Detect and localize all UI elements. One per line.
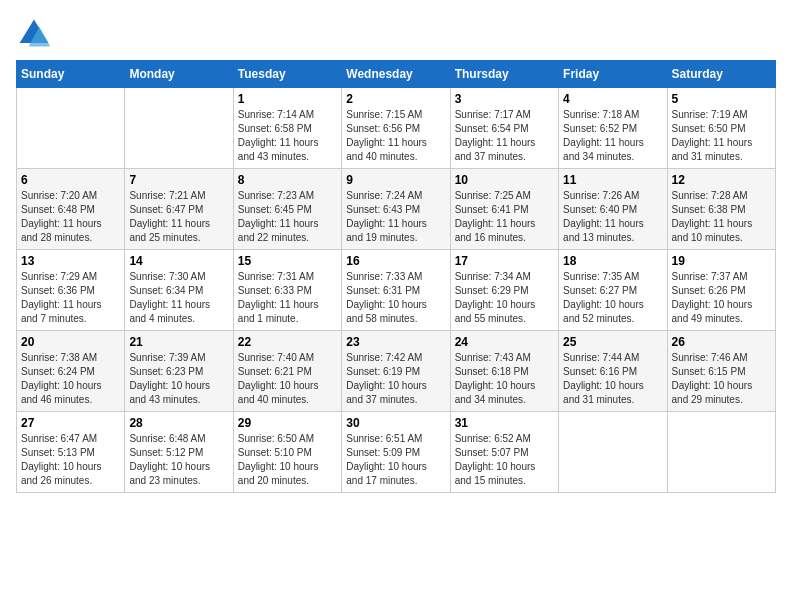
day-info: Sunrise: 7:17 AM Sunset: 6:54 PM Dayligh… [455, 108, 554, 164]
day-info: Sunrise: 7:19 AM Sunset: 6:50 PM Dayligh… [672, 108, 771, 164]
day-number: 23 [346, 335, 445, 349]
day-number: 17 [455, 254, 554, 268]
calendar-cell: 15Sunrise: 7:31 AM Sunset: 6:33 PM Dayli… [233, 250, 341, 331]
day-info: Sunrise: 7:18 AM Sunset: 6:52 PM Dayligh… [563, 108, 662, 164]
day-number: 5 [672, 92, 771, 106]
calendar-cell [17, 88, 125, 169]
weekday-header: Monday [125, 61, 233, 88]
day-number: 8 [238, 173, 337, 187]
day-number: 31 [455, 416, 554, 430]
calendar-cell: 7Sunrise: 7:21 AM Sunset: 6:47 PM Daylig… [125, 169, 233, 250]
calendar-cell [559, 412, 667, 493]
day-info: Sunrise: 6:50 AM Sunset: 5:10 PM Dayligh… [238, 432, 337, 488]
calendar-cell: 28Sunrise: 6:48 AM Sunset: 5:12 PM Dayli… [125, 412, 233, 493]
weekday-header: Thursday [450, 61, 558, 88]
calendar-cell: 5Sunrise: 7:19 AM Sunset: 6:50 PM Daylig… [667, 88, 775, 169]
day-number: 19 [672, 254, 771, 268]
calendar-cell: 1Sunrise: 7:14 AM Sunset: 6:58 PM Daylig… [233, 88, 341, 169]
day-info: Sunrise: 7:39 AM Sunset: 6:23 PM Dayligh… [129, 351, 228, 407]
day-info: Sunrise: 7:37 AM Sunset: 6:26 PM Dayligh… [672, 270, 771, 326]
day-number: 6 [21, 173, 120, 187]
weekday-header: Friday [559, 61, 667, 88]
calendar-cell: 30Sunrise: 6:51 AM Sunset: 5:09 PM Dayli… [342, 412, 450, 493]
day-info: Sunrise: 7:29 AM Sunset: 6:36 PM Dayligh… [21, 270, 120, 326]
calendar-cell: 13Sunrise: 7:29 AM Sunset: 6:36 PM Dayli… [17, 250, 125, 331]
day-info: Sunrise: 7:34 AM Sunset: 6:29 PM Dayligh… [455, 270, 554, 326]
calendar-cell [125, 88, 233, 169]
day-info: Sunrise: 7:31 AM Sunset: 6:33 PM Dayligh… [238, 270, 337, 326]
calendar-cell: 20Sunrise: 7:38 AM Sunset: 6:24 PM Dayli… [17, 331, 125, 412]
day-number: 21 [129, 335, 228, 349]
day-info: Sunrise: 6:51 AM Sunset: 5:09 PM Dayligh… [346, 432, 445, 488]
calendar-cell: 23Sunrise: 7:42 AM Sunset: 6:19 PM Dayli… [342, 331, 450, 412]
day-number: 27 [21, 416, 120, 430]
calendar-cell: 21Sunrise: 7:39 AM Sunset: 6:23 PM Dayli… [125, 331, 233, 412]
calendar-cell: 29Sunrise: 6:50 AM Sunset: 5:10 PM Dayli… [233, 412, 341, 493]
day-info: Sunrise: 7:26 AM Sunset: 6:40 PM Dayligh… [563, 189, 662, 245]
day-number: 28 [129, 416, 228, 430]
day-number: 2 [346, 92, 445, 106]
day-number: 16 [346, 254, 445, 268]
day-info: Sunrise: 7:21 AM Sunset: 6:47 PM Dayligh… [129, 189, 228, 245]
day-info: Sunrise: 6:48 AM Sunset: 5:12 PM Dayligh… [129, 432, 228, 488]
day-info: Sunrise: 7:43 AM Sunset: 6:18 PM Dayligh… [455, 351, 554, 407]
day-info: Sunrise: 7:40 AM Sunset: 6:21 PM Dayligh… [238, 351, 337, 407]
day-number: 20 [21, 335, 120, 349]
calendar-week-row: 13Sunrise: 7:29 AM Sunset: 6:36 PM Dayli… [17, 250, 776, 331]
day-number: 30 [346, 416, 445, 430]
calendar-cell: 22Sunrise: 7:40 AM Sunset: 6:21 PM Dayli… [233, 331, 341, 412]
day-info: Sunrise: 6:47 AM Sunset: 5:13 PM Dayligh… [21, 432, 120, 488]
calendar-table: SundayMondayTuesdayWednesdayThursdayFrid… [16, 60, 776, 493]
page-header [16, 16, 776, 52]
calendar-week-row: 27Sunrise: 6:47 AM Sunset: 5:13 PM Dayli… [17, 412, 776, 493]
day-number: 14 [129, 254, 228, 268]
day-info: Sunrise: 7:15 AM Sunset: 6:56 PM Dayligh… [346, 108, 445, 164]
day-info: Sunrise: 7:35 AM Sunset: 6:27 PM Dayligh… [563, 270, 662, 326]
day-number: 29 [238, 416, 337, 430]
calendar-cell [667, 412, 775, 493]
day-info: Sunrise: 7:30 AM Sunset: 6:34 PM Dayligh… [129, 270, 228, 326]
day-number: 11 [563, 173, 662, 187]
day-info: Sunrise: 7:28 AM Sunset: 6:38 PM Dayligh… [672, 189, 771, 245]
day-number: 7 [129, 173, 228, 187]
calendar-cell: 8Sunrise: 7:23 AM Sunset: 6:45 PM Daylig… [233, 169, 341, 250]
day-number: 15 [238, 254, 337, 268]
day-info: Sunrise: 7:25 AM Sunset: 6:41 PM Dayligh… [455, 189, 554, 245]
calendar-cell: 25Sunrise: 7:44 AM Sunset: 6:16 PM Dayli… [559, 331, 667, 412]
day-number: 12 [672, 173, 771, 187]
calendar-week-row: 1Sunrise: 7:14 AM Sunset: 6:58 PM Daylig… [17, 88, 776, 169]
calendar-header: SundayMondayTuesdayWednesdayThursdayFrid… [17, 61, 776, 88]
calendar-cell: 24Sunrise: 7:43 AM Sunset: 6:18 PM Dayli… [450, 331, 558, 412]
day-info: Sunrise: 7:24 AM Sunset: 6:43 PM Dayligh… [346, 189, 445, 245]
calendar-cell: 11Sunrise: 7:26 AM Sunset: 6:40 PM Dayli… [559, 169, 667, 250]
day-info: Sunrise: 6:52 AM Sunset: 5:07 PM Dayligh… [455, 432, 554, 488]
day-number: 18 [563, 254, 662, 268]
day-number: 13 [21, 254, 120, 268]
weekday-header: Saturday [667, 61, 775, 88]
calendar-cell: 31Sunrise: 6:52 AM Sunset: 5:07 PM Dayli… [450, 412, 558, 493]
day-number: 26 [672, 335, 771, 349]
weekday-header: Wednesday [342, 61, 450, 88]
calendar-cell: 3Sunrise: 7:17 AM Sunset: 6:54 PM Daylig… [450, 88, 558, 169]
day-info: Sunrise: 7:46 AM Sunset: 6:15 PM Dayligh… [672, 351, 771, 407]
day-info: Sunrise: 7:20 AM Sunset: 6:48 PM Dayligh… [21, 189, 120, 245]
calendar-cell: 6Sunrise: 7:20 AM Sunset: 6:48 PM Daylig… [17, 169, 125, 250]
calendar-cell: 27Sunrise: 6:47 AM Sunset: 5:13 PM Dayli… [17, 412, 125, 493]
calendar-cell: 14Sunrise: 7:30 AM Sunset: 6:34 PM Dayli… [125, 250, 233, 331]
logo [16, 16, 56, 52]
day-info: Sunrise: 7:42 AM Sunset: 6:19 PM Dayligh… [346, 351, 445, 407]
day-number: 22 [238, 335, 337, 349]
calendar-cell: 26Sunrise: 7:46 AM Sunset: 6:15 PM Dayli… [667, 331, 775, 412]
day-info: Sunrise: 7:33 AM Sunset: 6:31 PM Dayligh… [346, 270, 445, 326]
calendar-week-row: 20Sunrise: 7:38 AM Sunset: 6:24 PM Dayli… [17, 331, 776, 412]
day-number: 4 [563, 92, 662, 106]
weekday-header: Sunday [17, 61, 125, 88]
calendar-cell: 17Sunrise: 7:34 AM Sunset: 6:29 PM Dayli… [450, 250, 558, 331]
day-number: 25 [563, 335, 662, 349]
day-number: 3 [455, 92, 554, 106]
day-info: Sunrise: 7:14 AM Sunset: 6:58 PM Dayligh… [238, 108, 337, 164]
calendar-body: 1Sunrise: 7:14 AM Sunset: 6:58 PM Daylig… [17, 88, 776, 493]
calendar-cell: 18Sunrise: 7:35 AM Sunset: 6:27 PM Dayli… [559, 250, 667, 331]
calendar-cell: 16Sunrise: 7:33 AM Sunset: 6:31 PM Dayli… [342, 250, 450, 331]
calendar-cell: 9Sunrise: 7:24 AM Sunset: 6:43 PM Daylig… [342, 169, 450, 250]
